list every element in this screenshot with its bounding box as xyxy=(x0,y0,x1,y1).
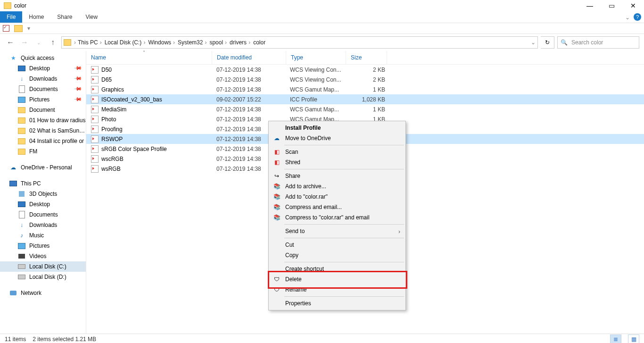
view-details-button[interactable]: ≣ xyxy=(610,335,621,343)
nav-folder-01[interactable]: 01 How to draw radius xyxy=(0,115,86,125)
ctx-sendto[interactable]: Send to› xyxy=(269,226,405,236)
nav-pictures-pc[interactable]: Pictures xyxy=(0,241,86,251)
file-size: 1,028 KB xyxy=(345,96,390,103)
ctx-share[interactable]: ↪Share xyxy=(269,171,405,181)
nav-music[interactable]: Music xyxy=(0,230,86,241)
file-row[interactable]: ISOcoated_v2_300_bas09-02-2007 15:22ICC … xyxy=(86,94,644,104)
ctx-compress-colorrar-email[interactable]: 📚Compress to "color.rar" and email xyxy=(269,212,405,223)
refresh-button[interactable]: ↻ xyxy=(541,36,554,49)
address-bar[interactable]: › This PC› Local Disk (C:)› Windows› Sys… xyxy=(61,36,538,49)
file-name: wscRGB xyxy=(101,156,124,162)
view-large-icons-button[interactable]: ▦ xyxy=(628,335,639,343)
ctx-compress-email[interactable]: 📚Compress and email... xyxy=(269,202,405,212)
status-selection: 2 items selected 1.21 MB xyxy=(33,336,96,343)
ctx-rename[interactable]: 🛡Rename xyxy=(269,284,405,295)
qat-dropdown-icon[interactable]: ▾ xyxy=(27,25,30,32)
address-dropdown-icon[interactable]: ⌄ xyxy=(531,39,536,46)
ribbon-collapse-icon[interactable]: ⌄ xyxy=(625,14,630,21)
breadcrumb-item[interactable]: color xyxy=(252,39,266,46)
file-row[interactable]: Graphics07-12-2019 14:38WCS Gamut Map...… xyxy=(86,84,644,94)
file-name: Photo xyxy=(101,116,116,123)
search-input[interactable] xyxy=(570,39,636,46)
sort-indicator-icon: ˄ xyxy=(143,50,145,55)
breadcrumb-item[interactable]: spool› xyxy=(208,39,228,46)
file-row[interactable]: D6507-12-2019 14:38WCS Viewing Con...2 K… xyxy=(86,75,644,84)
ctx-shred[interactable]: ◧Shred xyxy=(269,157,405,167)
breadcrumb-item[interactable]: drivers› xyxy=(229,39,251,46)
nav-documents-pc[interactable]: Documents xyxy=(0,209,86,220)
col-name[interactable]: Name˄ xyxy=(86,51,212,64)
ctx-install-profile[interactable]: Install Profile xyxy=(269,123,405,133)
drive-icon xyxy=(18,263,25,270)
shield-icon: ◧ xyxy=(273,148,281,156)
breadcrumb-item[interactable]: Windows› xyxy=(147,39,176,46)
nav-recent-dropdown[interactable]: ⌄ xyxy=(33,37,44,48)
close-button[interactable]: ✕ xyxy=(622,0,644,11)
file-type: WCS Gamut Map... xyxy=(285,86,345,93)
minimize-button[interactable]: — xyxy=(579,0,601,11)
col-type[interactable]: Type xyxy=(286,51,346,64)
nav-forward-button[interactable]: → xyxy=(19,37,30,48)
nav-folder-fm[interactable]: FM xyxy=(0,146,86,157)
nav-ddrive[interactable]: Local Disk (D:) xyxy=(0,272,86,282)
nav-pictures[interactable]: Pictures📌 xyxy=(0,94,86,105)
file-icon xyxy=(91,135,99,143)
ctx-delete[interactable]: 🛡Delete xyxy=(269,274,405,284)
folder-icon xyxy=(18,137,25,145)
nav-videos[interactable]: Videos xyxy=(0,251,86,261)
ctx-scan[interactable]: ◧Scan xyxy=(269,147,405,157)
nav-folder-04[interactable]: 04 Install icc profile or xyxy=(0,136,86,146)
qat-newfolder-icon[interactable] xyxy=(14,25,23,32)
nav-desktop-pc[interactable]: Desktop xyxy=(0,199,86,209)
nav-up-button[interactable]: ↑ xyxy=(47,37,58,48)
nav-3dobjects[interactable]: 3D Objects xyxy=(0,189,86,199)
ctx-add-archive[interactable]: 📚Add to archive... xyxy=(269,181,405,192)
nav-quick-access[interactable]: Quick access xyxy=(0,53,86,63)
nav-documents[interactable]: Documents📌 xyxy=(0,84,86,94)
help-icon[interactable]: ? xyxy=(634,13,641,21)
tab-home[interactable]: Home xyxy=(22,11,50,23)
file-icon xyxy=(91,125,99,133)
maximize-button[interactable]: ▭ xyxy=(601,0,622,11)
file-name: ISOcoated_v2_300_bas xyxy=(101,96,162,103)
3dobjects-icon xyxy=(18,190,25,198)
nav-network[interactable]: Network xyxy=(0,288,86,298)
ctx-copy[interactable]: Copy xyxy=(269,250,405,260)
file-date: 07-12-2019 14:38 xyxy=(212,86,285,93)
star-icon xyxy=(9,54,17,62)
nav-folder-02[interactable]: 02 What is SamSung c xyxy=(0,125,86,136)
breadcrumb-item[interactable]: System32› xyxy=(177,39,207,46)
qat-properties-icon[interactable] xyxy=(3,25,9,32)
shield-uac-icon: 🛡 xyxy=(273,276,281,283)
file-date: 07-12-2019 14:38 xyxy=(212,106,285,113)
nav-folder-document[interactable]: Document xyxy=(0,105,86,115)
nav-back-button[interactable]: ← xyxy=(5,37,16,48)
file-row[interactable]: D5007-12-2019 14:38WCS Viewing Con...2 K… xyxy=(86,65,644,75)
ctx-properties[interactable]: Properties xyxy=(269,298,405,309)
ctx-move-onedrive[interactable]: ☁Move to OneDrive xyxy=(269,133,405,143)
address-chevron-icon[interactable]: › xyxy=(74,39,76,46)
tab-view[interactable]: View xyxy=(79,11,104,23)
nav-downloads[interactable]: Downloads📌 xyxy=(0,74,86,84)
ctx-cut[interactable]: Cut xyxy=(269,240,405,250)
file-row[interactable]: MediaSim07-12-2019 14:38WCS Gamut Map...… xyxy=(86,104,644,114)
search-box[interactable]: 🔍 xyxy=(557,36,639,49)
nav-thispc[interactable]: This PC xyxy=(0,178,86,189)
tab-share[interactable]: Share xyxy=(50,11,79,23)
nav-downloads-pc[interactable]: Downloads xyxy=(0,220,86,230)
file-icon xyxy=(91,96,99,103)
file-icon xyxy=(91,155,99,163)
ctx-add-colorrar[interactable]: 📚Add to "color.rar" xyxy=(269,192,405,202)
breadcrumb-item[interactable]: Local Disk (C:)› xyxy=(104,39,147,46)
tab-file[interactable]: File xyxy=(0,11,22,23)
nav-cdrive[interactable]: Local Disk (C:) xyxy=(0,261,86,272)
drive-icon xyxy=(18,273,25,281)
ctx-create-shortcut[interactable]: Create shortcut xyxy=(269,264,405,274)
nav-desktop[interactable]: Desktop📌 xyxy=(0,63,86,74)
file-name: wsRGB xyxy=(101,166,121,172)
breadcrumb-item[interactable]: This PC› xyxy=(77,39,103,46)
nav-onedrive[interactable]: OneDrive - Personal xyxy=(0,162,86,173)
col-size[interactable]: Size xyxy=(346,51,387,64)
file-name: Graphics xyxy=(101,86,124,93)
col-date[interactable]: Date modified xyxy=(212,51,286,64)
